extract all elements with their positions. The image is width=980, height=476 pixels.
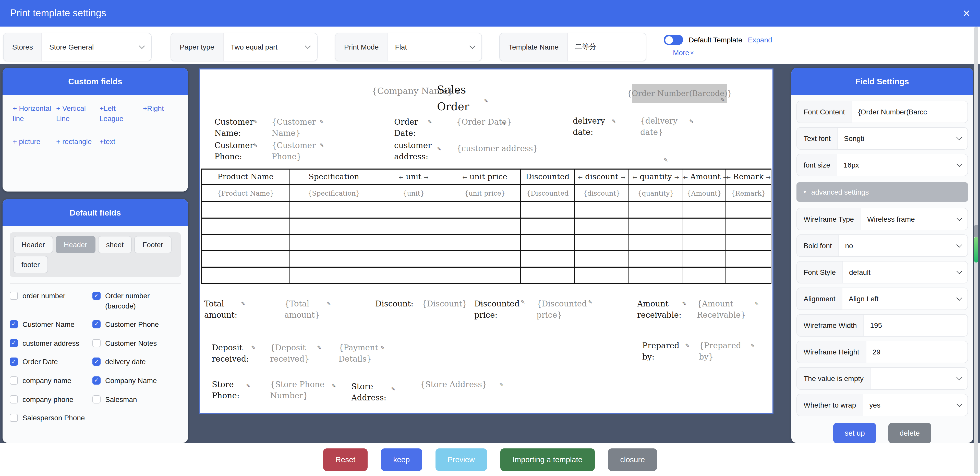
table-empty-cell[interactable] (520, 234, 574, 251)
expand-link[interactable]: Expand (748, 36, 772, 44)
checkbox-unchecked-icon[interactable] (92, 339, 100, 347)
discount-value[interactable]: {Discount} (422, 298, 468, 310)
field-checkbox-item[interactable]: Salesperson Phone (10, 413, 87, 423)
store-address-label[interactable]: Store Address: (351, 381, 391, 404)
table-empty-cell[interactable] (629, 218, 683, 234)
field-checkbox-item[interactable]: order number (10, 291, 87, 311)
table-empty-cell[interactable] (520, 202, 574, 218)
deposit-received-label[interactable]: Deposit received: (212, 342, 256, 365)
table-empty-cell[interactable] (574, 251, 629, 267)
table-column-header[interactable]: ← unit price (449, 169, 520, 185)
template-preview-paper[interactable]: {Company Name} ✎ Sales Order ✎ {Order Nu… (199, 68, 773, 414)
tab-header[interactable]: Header (56, 236, 95, 253)
table-empty-cell[interactable] (290, 267, 378, 283)
reset-button[interactable]: Reset (323, 448, 368, 471)
checkbox-checked-icon[interactable]: ✓ (92, 291, 100, 300)
table-column-header[interactable]: Discounted (520, 169, 574, 185)
checkbox-unchecked-icon[interactable] (10, 395, 18, 403)
table-column-header[interactable]: Product Name (201, 169, 290, 185)
custom-field-item[interactable]: + Vertical Line (56, 103, 100, 124)
table-empty-cell[interactable] (574, 202, 629, 218)
table-placeholder-cell[interactable]: {unit price} (449, 185, 520, 202)
setting-select[interactable]: 16px (837, 154, 967, 176)
field-checkbox-item[interactable]: company name (10, 376, 87, 386)
checkbox-checked-icon[interactable]: ✓ (92, 320, 100, 328)
setting-select[interactable]: yes (863, 394, 967, 416)
preview-button[interactable]: Preview (435, 448, 487, 471)
table-empty-cell[interactable] (629, 267, 683, 283)
field-checkbox-item[interactable]: ✓Customer Name (10, 320, 87, 330)
table-empty-cell[interactable] (629, 251, 683, 267)
custom-field-item[interactable]: +text (100, 136, 143, 146)
template-name-field[interactable]: Template Name 二等分 (499, 33, 646, 61)
custom-field-item[interactable]: + picture (13, 136, 56, 146)
more-link[interactable]: More« (673, 49, 693, 57)
table-empty-cell[interactable] (201, 267, 290, 283)
table-empty-cell[interactable] (378, 234, 449, 251)
table-empty-cell[interactable] (201, 234, 290, 251)
checkbox-checked-icon[interactable]: ✓ (10, 339, 18, 347)
delivery-date-value[interactable]: {delivery date} (640, 115, 689, 139)
close-icon[interactable]: × (963, 7, 970, 19)
default-template-toggle[interactable] (664, 35, 683, 45)
table-empty-cell[interactable] (449, 234, 520, 251)
custom-field-item[interactable]: + Horizontal line (13, 103, 56, 124)
line-items-table[interactable]: Product NameSpecification← unit →← unit … (201, 169, 772, 284)
table-empty-cell[interactable] (574, 267, 629, 283)
discounted-price-value[interactable]: {Discounted price} (536, 298, 591, 321)
table-empty-cell[interactable] (683, 218, 725, 234)
delivery-date-label[interactable]: delivery date: (573, 115, 612, 139)
table-empty-cell[interactable] (520, 267, 574, 283)
print-mode-select[interactable]: Print Mode Flat (335, 33, 482, 61)
checkbox-checked-icon[interactable]: ✓ (92, 358, 100, 366)
field-checkbox-item[interactable]: ✓customer address (10, 339, 87, 349)
customer-name-value[interactable]: {Customer Name} (272, 116, 320, 139)
field-checkbox-item[interactable]: ✓Customer Phone (92, 320, 181, 330)
table-empty-cell[interactable] (629, 202, 683, 218)
setting-select[interactable]: Wireless frame (861, 209, 967, 230)
keep-button[interactable]: keep (381, 448, 422, 471)
paper-type-select[interactable]: Paper type Two equal part (170, 33, 318, 61)
checkbox-checked-icon[interactable]: ✓ (10, 358, 18, 366)
table-empty-cell[interactable] (378, 218, 449, 234)
field-checkbox-item[interactable]: Salesman (92, 395, 181, 404)
table-empty-cell[interactable] (520, 218, 574, 234)
order-number-barcode-field[interactable]: {Order Number(Barcode)} ✎ (632, 84, 727, 103)
customer-phone-label[interactable]: Customer Phone: (215, 140, 253, 163)
table-empty-cell[interactable] (574, 218, 629, 234)
delete-button[interactable]: delete (888, 423, 931, 443)
importing-a-template-button[interactable]: Importing a template (500, 448, 595, 471)
store-phone-label[interactable]: Store Phone: (212, 379, 246, 402)
table-empty-cell[interactable] (725, 251, 771, 267)
customer-name-label[interactable]: Customer Name: (215, 116, 253, 139)
table-empty-cell[interactable] (725, 218, 771, 234)
closure-button[interactable]: closure (608, 448, 657, 471)
tab-footer[interactable]: footer (13, 256, 48, 273)
checkbox-checked-icon[interactable]: ✓ (92, 376, 100, 385)
setting-input[interactable]: 195 (864, 315, 967, 336)
table-empty-cell[interactable] (201, 202, 290, 218)
table-placeholder-cell[interactable]: {unit} (378, 185, 449, 202)
order-date-label[interactable]: Order Date: (394, 116, 427, 139)
tab-header[interactable]: Header (13, 236, 53, 253)
deposit-received-value[interactable]: {Deposit received} (270, 342, 317, 365)
checkbox-unchecked-icon[interactable] (92, 395, 100, 403)
table-placeholder-cell[interactable]: {discount} (574, 185, 629, 202)
table-empty-cell[interactable] (520, 251, 574, 267)
set-up-button[interactable]: set up (834, 423, 876, 443)
checkbox-unchecked-icon[interactable] (10, 376, 18, 385)
table-empty-cell[interactable] (290, 218, 378, 234)
discounted-price-label[interactable]: Discounted price: (474, 298, 524, 321)
customer-phone-value[interactable]: {Customer Phone} (272, 140, 320, 163)
page-scrollbar[interactable] (974, 27, 978, 474)
table-placeholder-cell[interactable]: {Amount} (683, 185, 725, 202)
table-empty-cell[interactable] (683, 234, 725, 251)
table-placeholder-cell[interactable]: {quantity} (629, 185, 683, 202)
field-checkbox-item[interactable]: ✓delivery date (92, 357, 181, 367)
table-column-header[interactable]: Specification (290, 169, 378, 185)
table-empty-cell[interactable] (201, 251, 290, 267)
table-empty-cell[interactable] (725, 267, 771, 283)
table-empty-cell[interactable] (290, 234, 378, 251)
table-empty-cell[interactable] (378, 251, 449, 267)
table-empty-cell[interactable] (725, 234, 771, 251)
